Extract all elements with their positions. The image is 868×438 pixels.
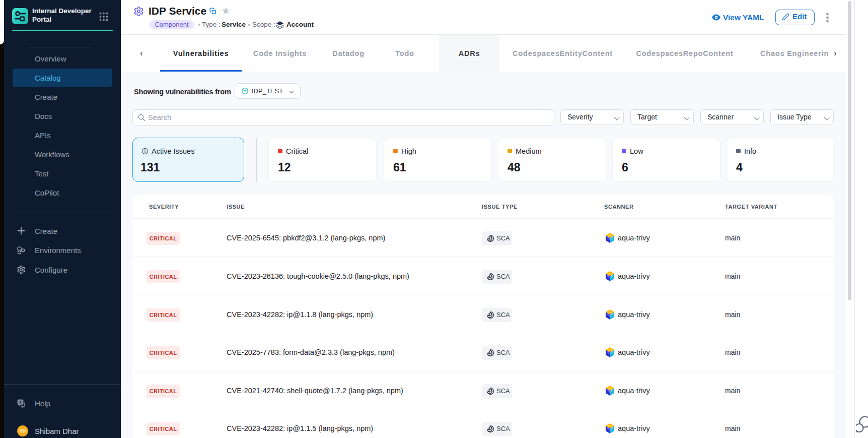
svg-text:?: ? [19,400,22,405]
